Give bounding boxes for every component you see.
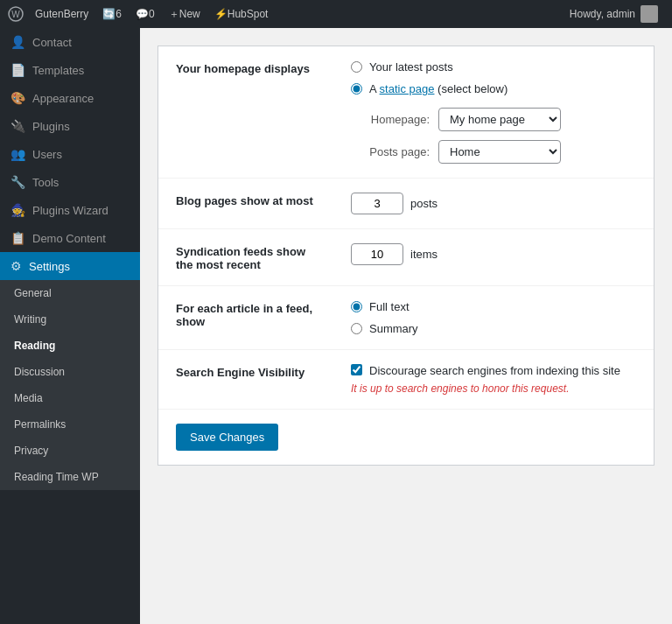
homepage-displays-row: Your homepage displays Your latest posts xyxy=(158,46,654,179)
search-engine-field: Discourage search engines from indexing … xyxy=(333,350,654,410)
full-text-radio[interactable] xyxy=(351,301,362,312)
search-engine-row: Search Engine Visibility Discourage sear… xyxy=(158,350,654,410)
updates-icon: 🔄 xyxy=(102,8,116,20)
submenu-item-permalinks[interactable]: Permalinks xyxy=(0,411,140,438)
blog-pages-field: posts xyxy=(333,179,654,229)
latest-posts-option: Your latest posts xyxy=(351,60,636,74)
summary-label[interactable]: Summary xyxy=(369,322,418,335)
contact-icon: 👤 xyxy=(10,35,25,49)
svg-text:W: W xyxy=(11,10,20,19)
settings-submenu: General Writing Reading Discussion Media… xyxy=(0,280,140,490)
sidebar-item-contact[interactable]: 👤 Contact xyxy=(0,28,140,56)
static-page-option: A static page (select below) xyxy=(351,82,636,95)
homepage-select-label: Homepage: xyxy=(351,113,430,126)
blog-pages-input[interactable] xyxy=(351,193,403,214)
submenu-item-writing[interactable]: Writing xyxy=(0,306,140,333)
blog-pages-number-field: posts xyxy=(351,193,636,214)
posts-page-select-row: Posts page: Home My home page Sample Pag… xyxy=(351,140,636,164)
full-text-label[interactable]: Full text xyxy=(369,300,410,313)
discourage-checkbox[interactable] xyxy=(351,364,362,375)
page-select-group: Homepage: My home page Home Sample Page … xyxy=(351,108,636,164)
sidebar-item-tools[interactable]: 🔧 Tools xyxy=(0,168,140,196)
save-changes-button[interactable]: Save Changes xyxy=(176,424,278,451)
user-greeting: Howdy, admin xyxy=(563,5,665,23)
discourage-note: It is up to search engines to honor this… xyxy=(351,382,636,395)
sidebar-item-plugins[interactable]: 🔌 Plugins xyxy=(0,112,140,140)
users-icon: 👥 xyxy=(10,147,25,161)
templates-icon: 📄 xyxy=(10,63,25,77)
sidebar-item-templates[interactable]: 📄 Templates xyxy=(0,56,140,84)
user-avatar[interactable] xyxy=(640,5,658,23)
homepage-displays-field: Your latest posts A static page (select … xyxy=(333,46,654,179)
summary-radio[interactable] xyxy=(351,323,362,334)
blog-pages-row: Blog pages show at most posts xyxy=(158,179,654,229)
submenu-item-reading-time-wp[interactable]: Reading Time WP xyxy=(0,464,140,490)
feed-show-radio-group: Full text Summary xyxy=(351,300,636,335)
syndication-input[interactable] xyxy=(351,243,403,265)
static-page-radio[interactable] xyxy=(351,83,362,95)
submenu-item-privacy[interactable]: Privacy xyxy=(0,438,140,464)
submenu-item-media[interactable]: Media xyxy=(0,385,140,411)
syndication-row: Syndication feeds show the most recent i… xyxy=(158,229,654,286)
static-page-label: A static page (select below) xyxy=(369,82,508,95)
feed-show-row: For each article in a feed, show Full te… xyxy=(158,286,654,350)
sidebar-item-plugins-wizard[interactable]: 🧙 Plugins Wizard xyxy=(0,196,140,224)
blog-pages-label: Blog pages show at most xyxy=(158,179,333,229)
topbar: W GutenBerry 🔄 6 💬 0 ＋ New ⚡ HubSpot How… xyxy=(0,0,672,28)
syndication-number-field: items xyxy=(351,243,636,265)
plugins-icon: 🔌 xyxy=(10,119,25,133)
hubspot-link[interactable]: ⚡ HubSpot xyxy=(207,0,276,28)
tools-icon: 🔧 xyxy=(10,175,25,189)
homepage-radio-group: Your latest posts A static page (select … xyxy=(351,60,636,95)
homepage-select[interactable]: My home page Home Sample Page xyxy=(438,108,561,131)
site-name-link[interactable]: GutenBerry xyxy=(28,0,95,28)
homepage-displays-label: Your homepage displays xyxy=(158,46,333,179)
hubspot-icon: ⚡ xyxy=(214,8,228,20)
syndication-label: Syndication feeds show the most recent xyxy=(158,229,333,286)
submenu-item-discussion[interactable]: Discussion xyxy=(0,359,140,385)
sidebar-item-appearance[interactable]: 🎨 Appearance xyxy=(0,84,140,112)
wp-logo-icon[interactable]: W xyxy=(7,5,24,23)
latest-posts-label[interactable]: Your latest posts xyxy=(369,60,453,74)
new-content-link[interactable]: ＋ New xyxy=(162,0,207,28)
form-table: Your homepage displays Your latest posts xyxy=(158,46,654,410)
comments-link[interactable]: 💬 0 xyxy=(129,0,162,28)
comments-icon: 💬 xyxy=(136,8,149,20)
sidebar-item-demo-content[interactable]: 📋 Demo Content xyxy=(0,224,140,252)
syndication-field: items xyxy=(333,229,654,286)
discourage-checkbox-row: Discourage search engines from indexing … xyxy=(351,364,636,377)
full-text-option: Full text xyxy=(351,300,636,313)
sidebar-item-settings[interactable]: ⚙ Settings xyxy=(0,252,140,280)
sidebar-item-users[interactable]: 👥 Users xyxy=(0,140,140,168)
submenu-item-reading[interactable]: Reading xyxy=(0,333,140,359)
submenu-item-general[interactable]: General xyxy=(0,280,140,306)
posts-page-label: Posts page: xyxy=(351,145,430,158)
sidebar: 👤 Contact 📄 Templates 🎨 Appearance 🔌 Plu… xyxy=(0,28,140,624)
wizard-icon: 🧙 xyxy=(10,203,25,217)
settings-icon: ⚙ xyxy=(10,259,22,273)
main-content: Your homepage displays Your latest posts xyxy=(140,28,672,624)
latest-posts-radio[interactable] xyxy=(351,61,362,73)
feed-show-field: Full text Summary xyxy=(333,286,654,350)
posts-page-select[interactable]: Home My home page Sample Page xyxy=(438,140,561,164)
demo-content-icon: 📋 xyxy=(10,231,25,245)
search-engine-label: Search Engine Visibility xyxy=(158,350,333,410)
settings-form: Your homepage displays Your latest posts xyxy=(158,46,654,466)
app-layout: 👤 Contact 📄 Templates 🎨 Appearance 🔌 Plu… xyxy=(0,28,672,624)
feed-show-label: For each article in a feed, show xyxy=(158,286,333,350)
appearance-icon: 🎨 xyxy=(10,91,25,105)
summary-option: Summary xyxy=(351,322,636,335)
static-page-link[interactable]: static page xyxy=(380,82,435,95)
homepage-select-row: Homepage: My home page Home Sample Page xyxy=(351,108,636,131)
updates-link[interactable]: 🔄 6 xyxy=(95,0,129,28)
discourage-label[interactable]: Discourage search engines from indexing … xyxy=(369,364,620,377)
plus-icon: ＋ xyxy=(169,7,179,22)
